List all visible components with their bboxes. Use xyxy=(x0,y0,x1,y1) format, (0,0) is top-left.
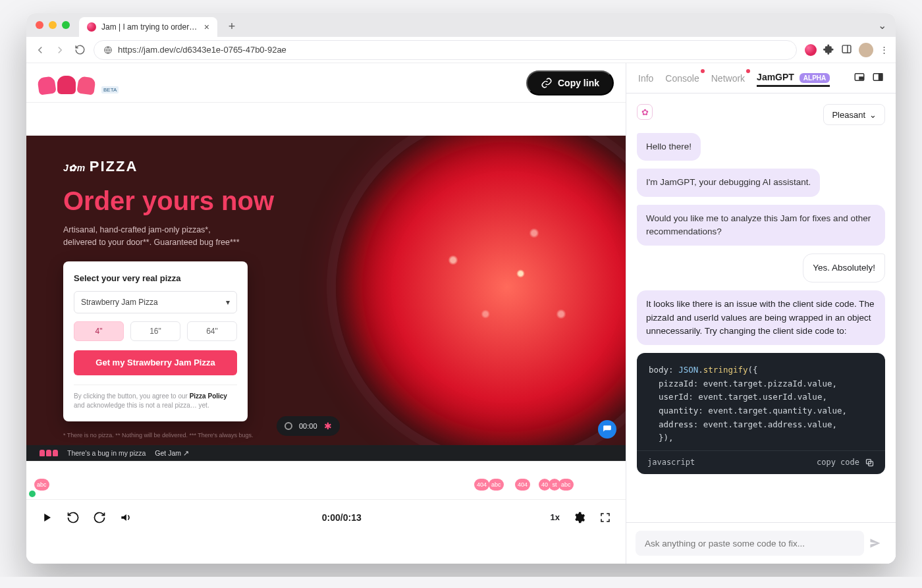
rewind-10-button[interactable] xyxy=(66,510,80,525)
timeline-start-dot xyxy=(29,491,36,497)
size-group: 4" 16" 64" xyxy=(74,321,237,341)
ai-message: I'm JamGPT, your debugging AI assistant. xyxy=(637,169,820,196)
video-stage: J✿m PIZZA Order yours now Artisanal, han… xyxy=(26,103,626,564)
fine-print: By clicking the button, you agree to our… xyxy=(74,385,237,411)
timeline-marker[interactable]: abc xyxy=(34,479,49,491)
reload-button[interactable] xyxy=(74,44,86,56)
back-button[interactable] xyxy=(34,44,46,56)
forward-button[interactable] xyxy=(54,44,66,56)
get-jam-link[interactable]: Get Jam ↗ xyxy=(155,449,189,457)
hero-subtext: Artisanal, hand-crafted jam-only pizzas*… xyxy=(63,224,291,250)
omnibar: https://jam.dev/c/d6343e1e-0765-47b0-92a… xyxy=(26,37,896,63)
console-badge-icon xyxy=(701,69,705,73)
url-text: https://jam.dev/c/d6343e1e-0765-47b0-92a… xyxy=(118,45,286,55)
substrip-text: There's a bug in my pizza xyxy=(67,449,146,457)
browser-tab[interactable]: Jam | I am trying to order a piz… × xyxy=(79,17,217,37)
chat-input-row xyxy=(626,522,896,564)
user-message: Yes. Absolutely! xyxy=(803,254,885,282)
tab-overflow-icon[interactable]: ⌄ xyxy=(874,19,890,32)
player-time: 0:00/0:13 xyxy=(145,512,539,523)
network-badge-icon xyxy=(746,69,750,73)
chat-thread: ✿ Pleasant ⌄ Hello there! I'm JamGPT, yo… xyxy=(626,94,896,522)
tone-select[interactable]: Pleasant ⌄ xyxy=(823,104,885,125)
panel-tabs: Info Console Network JamGPT ALPHA xyxy=(626,63,896,94)
size-option-16[interactable]: 16" xyxy=(130,321,180,341)
profile-avatar-icon[interactable] xyxy=(859,43,873,57)
footnote: * There is no pizza. ** Nothing will be … xyxy=(63,432,291,439)
copy-link-button[interactable]: Copy link xyxy=(526,70,614,95)
jam-logo[interactable] xyxy=(38,72,95,94)
get-pizza-button[interactable]: Get my Strawberry Jam Pizza xyxy=(74,350,237,375)
copy-icon xyxy=(865,458,875,468)
select-value: Strawberry Jam Pizza xyxy=(81,298,158,307)
tab-title: Jam | I am trying to order a piz… xyxy=(101,22,199,32)
globe-icon xyxy=(103,45,113,55)
extension-icons: ⋮ xyxy=(805,43,888,57)
timeline-marker[interactable]: abc xyxy=(489,479,504,491)
close-tab-icon[interactable]: × xyxy=(204,22,209,32)
svg-rect-6 xyxy=(879,74,882,81)
copy-code-label: copy code xyxy=(817,458,859,467)
timeline[interactable]: abc 404 abc 404 40 st abc xyxy=(26,461,626,499)
playback-rate[interactable]: 1x xyxy=(551,512,560,522)
tab-console[interactable]: Console xyxy=(665,70,699,86)
tab-jamgpt[interactable]: JamGPT ALPHA xyxy=(757,69,830,87)
intercom-bubble-icon[interactable] xyxy=(598,420,616,439)
extensions-icon[interactable] xyxy=(823,43,834,57)
right-panel: Info Console Network JamGPT ALPHA ✿ xyxy=(626,63,896,564)
fullscreen-button[interactable] xyxy=(598,510,612,525)
kebab-menu-icon[interactable]: ⋮ xyxy=(880,45,888,55)
panel-toggle-icon[interactable] xyxy=(841,43,852,57)
close-window-icon[interactable] xyxy=(36,21,43,29)
pip-icon[interactable] xyxy=(854,71,865,85)
pizza-policy-link[interactable]: Pizza Policy xyxy=(190,392,227,400)
timeline-marker[interactable]: abc xyxy=(558,479,574,491)
ai-message: Hello there! xyxy=(637,133,701,161)
bot-avatar-icon: ✿ xyxy=(637,104,653,120)
size-option-4[interactable]: 4" xyxy=(74,321,124,341)
timeline-marker[interactable]: 404 xyxy=(515,479,530,491)
order-card: Select your very real pizza Strawberry J… xyxy=(63,261,248,421)
send-button[interactable] xyxy=(864,532,886,554)
mic-muted-icon[interactable]: ✱ xyxy=(324,421,332,431)
svg-rect-1 xyxy=(842,45,851,52)
ai-message: It looks like there is an issue with the… xyxy=(637,290,885,345)
play-button[interactable] xyxy=(40,510,54,525)
copy-link-label: Copy link xyxy=(558,78,599,88)
record-time: 00:00 xyxy=(299,422,317,430)
tab-info[interactable]: Info xyxy=(638,70,653,86)
pizza-select[interactable]: Strawberry Jam Pizza ▾ xyxy=(74,291,237,313)
new-tab-button[interactable]: + xyxy=(223,17,241,36)
hero-image xyxy=(310,136,626,445)
minimize-window-icon[interactable] xyxy=(49,21,57,29)
hero-headline: Order yours now xyxy=(63,187,291,215)
record-status-icon xyxy=(285,422,292,430)
tone-value: Pleasant xyxy=(832,110,865,120)
svg-rect-4 xyxy=(859,77,863,80)
mini-logo xyxy=(40,450,58,456)
timeline-marker[interactable]: 404 xyxy=(474,479,489,491)
recording-pill: 00:00 ✱ xyxy=(277,416,340,436)
jam-extension-icon[interactable] xyxy=(805,44,817,56)
address-bar[interactable]: https://jam.dev/c/d6343e1e-0765-47b0-92a… xyxy=(94,40,797,60)
tab-network[interactable]: Network xyxy=(711,70,745,86)
side-panel-icon[interactable] xyxy=(872,71,884,85)
recorded-logo: J✿m PIZZA xyxy=(63,158,291,175)
volume-button[interactable] xyxy=(119,510,133,525)
app-body: BETA Copy link J✿m PIZZA Order yours now xyxy=(26,63,896,564)
settings-button[interactable] xyxy=(572,510,586,525)
browser-window: Jam | I am trying to order a piz… × + ⌄ … xyxy=(26,13,896,564)
copy-code-button[interactable]: copy code xyxy=(817,458,875,468)
chat-input[interactable] xyxy=(636,531,864,556)
chevron-down-icon: ▾ xyxy=(226,298,230,307)
size-option-64[interactable]: 64" xyxy=(187,321,237,341)
recorded-page: J✿m PIZZA Order yours now Artisanal, han… xyxy=(26,136,626,445)
player-controls: 0:00/0:13 1x xyxy=(26,499,626,535)
card-title: Select your very real pizza xyxy=(74,273,237,283)
link-icon xyxy=(541,77,553,89)
fullscreen-window-icon[interactable] xyxy=(62,21,70,29)
left-pane: BETA Copy link J✿m PIZZA Order yours now xyxy=(26,63,626,564)
code-block: body: JSON.stringify({ pizzaId: event.ta… xyxy=(637,353,885,474)
beta-badge: BETA xyxy=(101,86,119,94)
forward-10-button[interactable] xyxy=(92,510,107,525)
